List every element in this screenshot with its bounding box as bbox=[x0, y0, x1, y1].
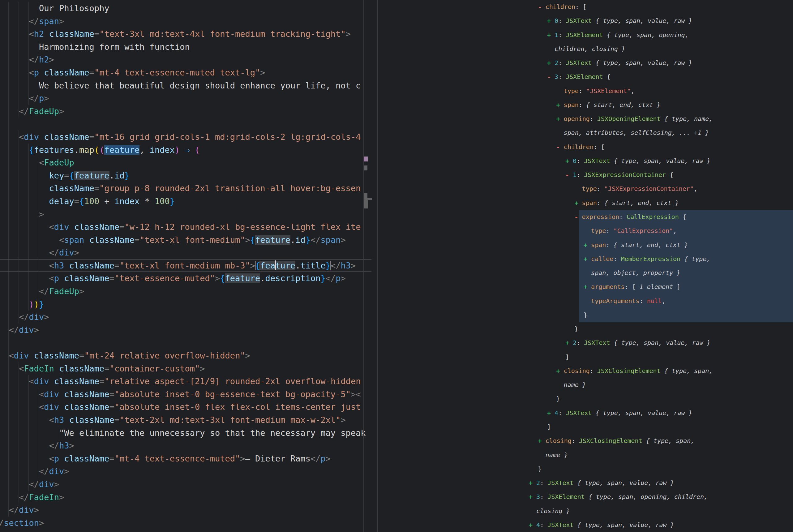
ast-node-row[interactable]: } bbox=[575, 322, 793, 336]
expand-icon[interactable]: + bbox=[575, 199, 582, 207]
code-line[interactable]: <span className="text-xl font-medium">{f… bbox=[0, 233, 371, 247]
ast-node-row[interactable]: + callee: MemberExpression { type, bbox=[584, 252, 793, 266]
expand-icon[interactable]: + bbox=[529, 521, 536, 529]
code-line[interactable]: </div> bbox=[0, 478, 371, 491]
ast-node-row[interactable]: + closing: JSXClosingElement { type, spa… bbox=[538, 434, 793, 448]
code-line[interactable]: <h2 className="text-3xl md:text-4xl font… bbox=[0, 27, 371, 40]
code-line[interactable]: <div className="w-12 h-12 rounded-xl bg-… bbox=[0, 221, 371, 233]
code-line[interactable]: <p className="mt-4 text-essence-muted">—… bbox=[0, 452, 371, 465]
code-line[interactable]: </span> bbox=[0, 15, 371, 28]
expand-icon[interactable]: + bbox=[556, 101, 564, 109]
collapse-icon[interactable]: - bbox=[547, 73, 555, 80]
ast-node-row[interactable]: span, object, property } bbox=[584, 266, 793, 280]
ast-node-row[interactable]: + 4: JSXText { type, span, value, raw } bbox=[529, 518, 793, 532]
code-line[interactable]: </div> bbox=[0, 324, 371, 337]
code-line[interactable]: </div> bbox=[0, 246, 371, 259]
expand-icon[interactable]: + bbox=[547, 59, 555, 66]
expand-icon[interactable]: + bbox=[556, 115, 564, 122]
collapse-icon[interactable]: - bbox=[556, 143, 564, 151]
ast-node-row[interactable]: type: "CallExpression", bbox=[584, 224, 793, 238]
ast-node-row[interactable]: type: "JSXExpressionContainer", bbox=[575, 182, 793, 196]
ast-node-row[interactable]: + 2: JSXText { type, span, value, raw } bbox=[565, 336, 793, 350]
collapse-icon[interactable]: - bbox=[565, 171, 573, 178]
code-line[interactable]: {features.map((feature, index) ⇒ ( bbox=[0, 144, 371, 156]
expand-icon[interactable]: + bbox=[547, 409, 555, 417]
ast-node-row[interactable]: ] bbox=[547, 420, 793, 434]
ast-node-row[interactable]: } bbox=[556, 392, 793, 406]
expand-icon[interactable]: + bbox=[529, 479, 536, 487]
expand-icon[interactable]: + bbox=[538, 437, 546, 444]
code-line[interactable] bbox=[0, 117, 371, 131]
code-line[interactable]: <p className="text-essence-muted">{featu… bbox=[0, 272, 371, 285]
code-line[interactable]: <h3 className="text-2xl md:text-3xl font… bbox=[0, 414, 371, 426]
code-line[interactable]: className="group p-8 rounded-2xl transit… bbox=[0, 182, 371, 195]
code-line[interactable]: </h2> bbox=[0, 53, 371, 66]
code-line[interactable]: </p> bbox=[0, 92, 371, 105]
code-line[interactable]: Our Philosophy bbox=[0, 2, 371, 15]
expand-icon[interactable]: + bbox=[565, 157, 573, 165]
ast-node-row[interactable]: + 2: JSXText { type, span, value, raw } bbox=[547, 56, 793, 70]
code-line[interactable]: <div className="absolute inset-0 bg-esse… bbox=[0, 388, 371, 401]
ast-node-row[interactable]: name } bbox=[556, 378, 793, 392]
ast-node-row[interactable]: typeArguments: null, bbox=[584, 294, 793, 308]
ast-node-row[interactable]: + 0: JSXText { type, span, value, raw } bbox=[565, 154, 793, 168]
code-line[interactable]: Harmonizing form with function bbox=[0, 40, 371, 54]
ast-node-row[interactable]: + span: { start, end, ctxt } bbox=[575, 196, 793, 210]
code-line[interactable]: </div> bbox=[0, 310, 371, 324]
ast-node-row[interactable]: + 0: JSXText { type, span, value, raw } bbox=[547, 14, 793, 28]
code-line[interactable]: <p className="mt-4 text-essence-muted te… bbox=[0, 66, 371, 79]
code-line[interactable]: delay={100 + index * 100} bbox=[0, 195, 371, 208]
expand-icon[interactable]: + bbox=[547, 17, 555, 24]
ast-node-row[interactable]: + 1: JSXElement { type, span, opening, bbox=[547, 28, 793, 42]
code-line[interactable]: </FadeUp> bbox=[0, 285, 371, 298]
collapse-icon[interactable]: - bbox=[575, 213, 582, 221]
code-line[interactable]: We believe that beautiful design should … bbox=[0, 79, 371, 92]
expand-icon[interactable]: + bbox=[565, 339, 573, 346]
ast-node-row[interactable]: - expression: CallExpression { bbox=[575, 210, 793, 224]
ast-node-row[interactable]: + opening: JSXOpeningElement { type, nam… bbox=[556, 112, 793, 126]
ast-node-row[interactable]: + 4: JSXText { type, span, value, raw } bbox=[547, 406, 793, 420]
ast-node-row[interactable]: } bbox=[584, 308, 793, 322]
ast-node-row[interactable]: ] bbox=[565, 350, 793, 364]
code-line[interactable]: </div> bbox=[0, 465, 371, 478]
code-editor-viewport[interactable]: Our Philosophy</span><h2 className="text… bbox=[0, 0, 371, 532]
ast-node-row[interactable]: + span: { start, end, ctxt } bbox=[584, 238, 793, 252]
code-line[interactable] bbox=[0, 336, 371, 349]
expand-icon[interactable]: + bbox=[556, 367, 564, 375]
ast-node-row[interactable]: span, attributes, selfClosing, ... +1 } bbox=[556, 126, 793, 140]
code-line-current[interactable]: <h3 className="text-xl font-medium mb-3"… bbox=[0, 259, 371, 272]
ast-node-row[interactable]: + span: { start, end, ctxt } bbox=[556, 98, 793, 112]
code-line[interactable]: <div className="mt-24 relative overflow-… bbox=[0, 349, 371, 362]
ast-node-row[interactable]: closing } bbox=[529, 504, 793, 518]
code-line[interactable]: <div className="relative aspect-[21/9] r… bbox=[0, 375, 371, 388]
code-line[interactable]: </FadeIn> bbox=[0, 491, 371, 504]
code-line[interactable]: <FadeUp bbox=[0, 156, 371, 169]
code-line[interactable]: ))} bbox=[0, 298, 371, 311]
code-line[interactable]: <div className="mt-16 grid grid-cols-1 m… bbox=[0, 131, 371, 144]
expand-icon[interactable]: + bbox=[584, 283, 591, 290]
expand-icon[interactable]: + bbox=[547, 31, 555, 39]
code-line[interactable]: /section> bbox=[0, 516, 371, 530]
code-line[interactable]: key={feature.id} bbox=[0, 169, 371, 182]
code-line[interactable]: <FadeIn className="container-custom"> bbox=[0, 362, 371, 375]
ast-node-row[interactable]: children, closing } bbox=[547, 42, 793, 56]
expand-icon[interactable]: + bbox=[584, 255, 591, 263]
code-line[interactable]: </div> bbox=[0, 504, 371, 516]
ast-node-row[interactable]: + closing: JSXClosingElement { type, spa… bbox=[556, 364, 793, 378]
code-line[interactable]: <div className="absolute inset-0 flex fl… bbox=[0, 401, 371, 414]
ast-node-row[interactable]: } bbox=[538, 462, 793, 476]
ast-node-row[interactable]: - children: [ bbox=[538, 0, 793, 14]
code-line[interactable]: </FadeUp> bbox=[0, 105, 371, 118]
ast-node-row[interactable]: - 3: JSXElement { bbox=[547, 70, 793, 84]
ast-node-row[interactable]: type: "JSXElement", bbox=[556, 84, 793, 98]
ast-node-row[interactable]: - 1: JSXExpressionContainer { bbox=[565, 168, 793, 182]
ast-node-row[interactable]: + 3: JSXElement { type, span, opening, c… bbox=[529, 490, 793, 504]
code-line[interactable]: </h3> bbox=[0, 439, 371, 452]
code-line[interactable]: "We eliminate the unnecessary so that th… bbox=[0, 426, 371, 439]
collapse-icon[interactable]: - bbox=[538, 3, 546, 11]
expand-icon[interactable]: + bbox=[584, 241, 591, 249]
ast-node-row[interactable]: + 2: JSXText { type, span, value, raw } bbox=[529, 476, 793, 490]
ast-node-row[interactable]: + arguments: [ 1 element ] bbox=[584, 280, 793, 294]
ast-node-row[interactable]: name } bbox=[538, 448, 793, 462]
code-line[interactable]: > bbox=[0, 208, 371, 221]
